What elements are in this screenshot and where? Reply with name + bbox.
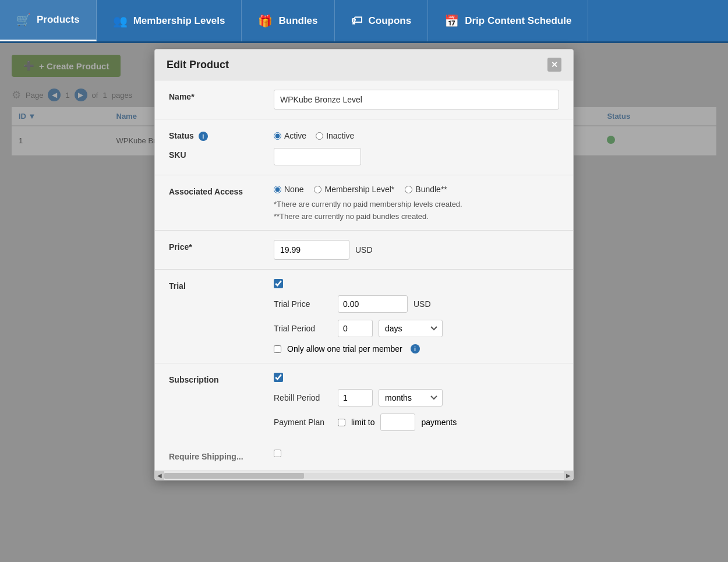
one-trial-row: Only allow one trial per member i [274, 344, 559, 354]
rebill-period-unit-select[interactable]: days weeks months years [379, 389, 443, 407]
trial-checkbox[interactable] [274, 279, 283, 288]
nav-tab-membership[interactable]: 👥 Membership Levels [97, 0, 242, 41]
price-currency: USD [355, 245, 373, 255]
payment-plan-row: Payment Plan limit to payments [274, 413, 559, 431]
trial-content: Trial Price USD Trial Period days weeks [274, 279, 559, 354]
associated-access-label: Associated Access [169, 185, 262, 221]
status-active-radio[interactable] [274, 132, 281, 140]
trial-period-unit-select[interactable]: days weeks months years [379, 320, 443, 337]
assoc-note2: **There are currently no paid bundles cr… [274, 212, 559, 221]
modal-body[interactable]: Name* Status i [155, 80, 573, 471]
nav-tab-membership-label: Membership Levels [133, 15, 225, 27]
price-label: Price* [169, 240, 262, 260]
trial-price-label: Trial Price [274, 299, 332, 309]
trial-period-row: Trial Period days weeks months years [274, 320, 559, 337]
modal-close-button[interactable]: ✕ [547, 58, 561, 72]
limit-to-label: limit to [351, 418, 374, 427]
products-icon: 🛒 [16, 13, 31, 27]
h-scrollbar-track [164, 473, 564, 479]
rebill-period-label: Rebill Period [274, 393, 332, 402]
require-shipping-content [274, 450, 559, 461]
price-content: USD [274, 240, 559, 260]
status-info-icon[interactable]: i [199, 132, 208, 141]
payment-plan-checkbox[interactable] [338, 419, 345, 426]
associated-access-section: Associated Access None Membership Level* [155, 175, 573, 231]
sku-input[interactable] [274, 148, 361, 165]
status-label: Status i [169, 129, 262, 141]
assoc-bundle-option[interactable]: Bundle** [405, 185, 447, 194]
payments-limit-input[interactable] [380, 413, 415, 431]
bundles-icon: 🎁 [258, 14, 273, 28]
name-label: Name* [169, 90, 262, 109]
status-radio-group: Active Inactive [274, 129, 559, 140]
sku-row: SKU [169, 148, 559, 165]
status-radios: Active Inactive [274, 129, 559, 141]
drip-icon: 📅 [444, 14, 459, 28]
status-inactive-radio[interactable] [316, 132, 323, 140]
price-input[interactable] [274, 240, 349, 260]
require-shipping-label: Require Shipping... [169, 450, 262, 461]
assoc-membership-label: Membership Level* [324, 185, 394, 194]
assoc-none-radio[interactable] [274, 186, 281, 193]
trial-period-input[interactable] [338, 320, 373, 337]
name-input[interactable] [274, 90, 559, 109]
modal-title: Edit Product [167, 59, 229, 71]
assoc-radio-group: None Membership Level* Bundle** [274, 185, 559, 194]
trial-price-currency: USD [414, 299, 431, 309]
rebill-period-row: Rebill Period days weeks months years [274, 389, 559, 407]
nav-tab-products-label: Products [37, 14, 80, 26]
name-content [274, 90, 559, 109]
rebill-period-input[interactable] [338, 389, 373, 407]
assoc-membership-option[interactable]: Membership Level* [314, 185, 394, 194]
status-sku-section: Status i Active Inac [155, 119, 573, 175]
nav-tab-drip-label: Drip Content Schedule [465, 15, 571, 27]
trial-label: Trial [169, 279, 262, 354]
trial-checkbox-row [274, 279, 559, 288]
nav-tab-coupons-label: Coupons [369, 15, 412, 27]
top-navigation: 🛒 Products 👥 Membership Levels 🎁 Bundles… [0, 0, 728, 43]
status-inactive-label: Inactive [326, 131, 354, 140]
trial-section: Trial Trial Price USD Tri [155, 270, 573, 363]
assoc-bundle-radio[interactable] [405, 186, 412, 193]
modal-header: Edit Product ✕ [155, 50, 573, 80]
page-background: ➕ + Create Product ⚙ Page ◀ 1 ▶ of 1 pag… [0, 43, 728, 562]
trial-period-label: Trial Period [274, 324, 332, 333]
price-section: Price* USD [155, 231, 573, 270]
nav-tab-bundles[interactable]: 🎁 Bundles [242, 0, 334, 41]
assoc-bundle-label: Bundle** [415, 185, 447, 194]
sku-label: SKU [169, 148, 262, 165]
trial-sub-form: Trial Price USD Trial Period days weeks [274, 295, 559, 354]
sku-content [274, 148, 559, 165]
price-row: USD [274, 240, 559, 260]
h-scrollbar-thumb [164, 473, 304, 479]
nav-tab-coupons[interactable]: 🏷 Coupons [335, 0, 429, 41]
require-shipping-checkbox[interactable] [274, 450, 281, 457]
one-trial-info-icon[interactable]: i [411, 344, 420, 354]
scroll-left-button[interactable]: ◀ [155, 471, 164, 480]
subscription-content: Rebill Period days weeks months years [274, 373, 559, 431]
one-trial-checkbox[interactable] [274, 345, 281, 353]
assoc-note1: *There are currently no paid membership … [274, 200, 559, 208]
membership-icon: 👥 [113, 14, 128, 28]
modal-horizontal-scrollbar[interactable]: ◀ ▶ [155, 471, 573, 480]
trial-price-input[interactable] [338, 295, 408, 313]
scroll-right-button[interactable]: ▶ [564, 471, 573, 480]
assoc-none-label: None [284, 185, 303, 194]
trial-price-row: Trial Price USD [274, 295, 559, 313]
status-active-option[interactable]: Active [274, 131, 306, 140]
status-row: Status i Active Inac [169, 129, 559, 141]
edit-product-modal: Edit Product ✕ Name* Status [154, 49, 574, 480]
nav-tab-drip[interactable]: 📅 Drip Content Schedule [428, 0, 588, 41]
modal-overlay: Edit Product ✕ Name* Status [0, 43, 728, 562]
name-section: Name* [155, 80, 573, 119]
status-inactive-option[interactable]: Inactive [316, 131, 354, 140]
nav-tab-products[interactable]: 🛒 Products [0, 0, 97, 41]
assoc-membership-radio[interactable] [314, 186, 321, 193]
assoc-none-option[interactable]: None [274, 185, 303, 194]
associated-access-content: None Membership Level* Bundle** *T [274, 185, 559, 221]
subscription-checkbox-row [274, 373, 559, 382]
subscription-label: Subscription [169, 373, 262, 431]
payment-plan-label: Payment Plan [274, 418, 332, 427]
subscription-checkbox[interactable] [274, 373, 283, 382]
one-trial-label: Only allow one trial per member [287, 344, 402, 354]
